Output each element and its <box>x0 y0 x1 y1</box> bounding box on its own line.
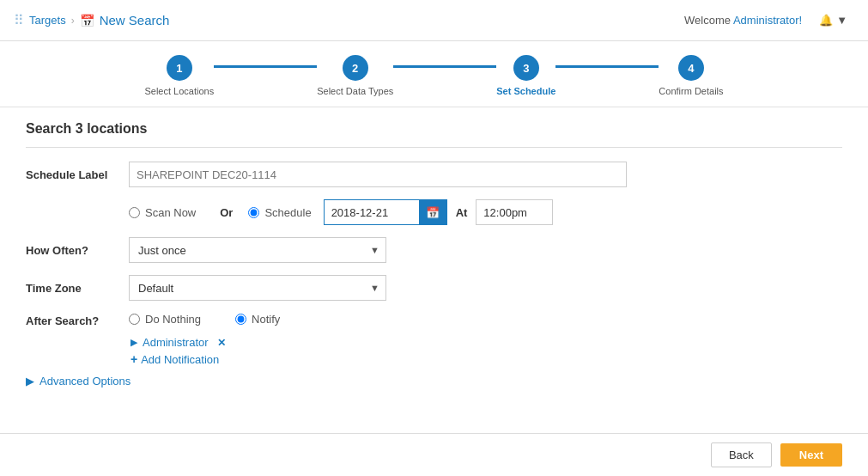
targets-link[interactable]: Targets <box>29 14 66 27</box>
schedule-label-input[interactable] <box>129 162 627 187</box>
next-button[interactable]: Next <box>780 443 842 467</box>
after-search-radios: Do Nothing Notify <box>129 313 288 326</box>
time-input[interactable] <box>476 199 553 225</box>
step-4-circle: 4 <box>678 55 704 81</box>
page-title: New Search <box>100 13 170 27</box>
back-button[interactable]: Back <box>711 442 772 467</box>
after-search-row: After Search? Do Nothing Notify ▶ Adm <box>26 313 842 366</box>
how-often-select[interactable]: Just once Daily Weekly Monthly <box>129 237 386 263</box>
scan-schedule-row: Scan Now Or Schedule 📅 At <box>26 199 842 225</box>
step-connector-1-2 <box>214 65 317 68</box>
time-zone-row: Time Zone Default UTC US/Eastern US/Paci… <box>26 275 842 301</box>
step-4: 4 Confirm Details <box>659 55 723 96</box>
date-input[interactable] <box>325 203 419 223</box>
section-title: Search 3 locations <box>26 121 842 137</box>
step-3-circle: 3 <box>513 55 539 81</box>
do-nothing-radio[interactable] <box>129 314 140 325</box>
add-notification-link[interactable]: + Add Notification <box>131 352 288 366</box>
or-text: Or <box>220 206 233 219</box>
stepper: 1 Select Locations 2 Select Data Types 3… <box>0 41 868 107</box>
breadcrumb: ⠿ Targets › 📅 New Search <box>14 12 169 28</box>
time-zone-select-wrap: Default UTC US/Eastern US/Pacific ▼ <box>129 275 386 301</box>
notify-text: Notify <box>252 313 280 326</box>
step-1-label: Select Locations <box>144 86 214 96</box>
after-search-options: Do Nothing Notify ▶ Administrator ✕ + <box>129 313 288 366</box>
bell-dropdown-arrow: ▼ <box>836 14 847 27</box>
time-zone-select[interactable]: Default UTC US/Eastern US/Pacific <box>129 275 386 301</box>
calendar-picker-button[interactable]: 📅 <box>419 199 446 225</box>
calendar-btn-icon: 📅 <box>426 206 440 219</box>
add-plus-icon: + <box>131 352 137 366</box>
step-1-circle: 1 <box>167 55 192 81</box>
form-divider <box>26 147 842 148</box>
step-4-label: Confirm Details <box>659 86 723 96</box>
advanced-options-toggle[interactable]: ▶ Advanced Options <box>26 375 842 388</box>
schedule-radio[interactable] <box>248 207 259 218</box>
notify-administrator-link[interactable]: Administrator <box>143 336 209 349</box>
step-connector-3-4 <box>555 65 659 68</box>
footer: Back Next <box>0 433 868 476</box>
advanced-options-label: Advanced Options <box>39 375 131 388</box>
form-area: Search 3 locations Schedule Label Scan N… <box>0 107 868 433</box>
after-search-label: After Search? <box>26 313 129 327</box>
step-2-label: Select Data Types <box>317 86 393 96</box>
header-right: Welcome Administrator! 🔔 ▼ <box>684 10 854 30</box>
time-zone-label: Time Zone <box>26 282 129 295</box>
header: ⠿ Targets › 📅 New Search Welcome Adminis… <box>0 0 868 41</box>
notifications-button[interactable]: 🔔 ▼ <box>812 10 854 30</box>
scan-now-radio-label[interactable]: Scan Now <box>129 206 196 219</box>
how-often-row: How Often? Just once Daily Weekly Monthl… <box>26 237 842 263</box>
breadcrumb-chevron: › <box>71 15 75 27</box>
schedule-label-label: Schedule Label <box>26 168 129 181</box>
step-3: 3 Set Schedule <box>496 55 555 96</box>
bell-icon: 🔔 <box>819 14 833 27</box>
main-content: 1 Select Locations 2 Select Data Types 3… <box>0 41 868 476</box>
notify-section: ▶ Administrator ✕ + Add Notification <box>129 336 288 366</box>
step-1: 1 Select Locations <box>144 55 214 96</box>
do-nothing-radio-label[interactable]: Do Nothing <box>129 313 201 326</box>
notify-radio-label[interactable]: Notify <box>235 313 280 326</box>
step-2: 2 Select Data Types <box>317 55 393 96</box>
step-connector-2-3 <box>393 65 496 68</box>
notify-expand-icon: ▶ <box>131 337 137 348</box>
schedule-radio-label[interactable]: Schedule <box>248 206 311 219</box>
scan-now-text: Scan Now <box>145 206 196 219</box>
schedule-text: Schedule <box>264 206 311 219</box>
notify-remove-button[interactable]: ✕ <box>217 337 226 349</box>
date-input-wrap: 📅 <box>324 199 447 225</box>
how-often-select-wrap: Just once Daily Weekly Monthly ▼ <box>129 237 386 263</box>
calendar-icon: 📅 <box>80 14 94 27</box>
notify-radio[interactable] <box>235 314 246 325</box>
step-2-circle: 2 <box>343 55 368 81</box>
at-label: At <box>456 206 468 219</box>
advanced-options-arrow-icon: ▶ <box>26 375 34 388</box>
welcome-text: Welcome Administrator! <box>684 14 802 27</box>
add-notification-text: Add Notification <box>141 353 219 366</box>
scan-now-radio[interactable] <box>129 207 140 218</box>
schedule-label-row: Schedule Label <box>26 162 842 187</box>
dots-icon: ⠿ <box>14 12 24 28</box>
do-nothing-text: Do Nothing <box>145 313 201 326</box>
step-3-label: Set Schedule <box>496 86 555 96</box>
notification-item-administrator: ▶ Administrator ✕ <box>131 336 288 349</box>
how-often-label: How Often? <box>26 244 129 257</box>
